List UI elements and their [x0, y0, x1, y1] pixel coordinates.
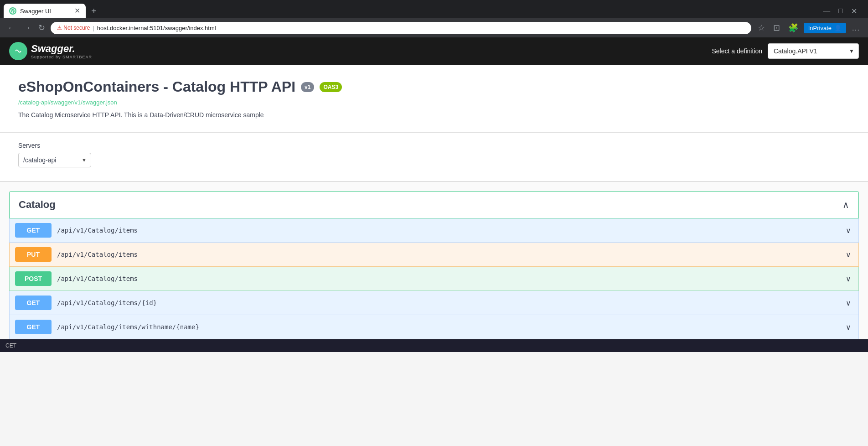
servers-label: Servers — [18, 142, 850, 149]
minimize-button[interactable]: — — [819, 5, 834, 17]
endpoint-post-items[interactable]: POST /api/v1/Catalog/items ∨ — [9, 267, 859, 291]
new-tab-button[interactable]: + — [88, 4, 100, 18]
swagger-header: Swagger. Supported by SMARTBEAR Select a… — [0, 37, 868, 65]
endpoint-path: /api/v1/Catalog/items — [57, 222, 838, 239]
oas3-badge: OAS3 — [320, 82, 342, 92]
endpoint-get-item-by-id[interactable]: GET /api/v1/Catalog/items/{id} ∨ — [9, 291, 859, 315]
post-method-badge: POST — [15, 271, 52, 286]
definition-select-wrapper: Catalog.API V1 — [768, 43, 859, 59]
get-method-badge: GET — [15, 320, 52, 334]
main-content: eShopOnContainers - Catalog HTTP API v1 … — [0, 65, 868, 339]
put-method-badge: PUT — [15, 247, 52, 262]
endpoint-chevron-icon: ∨ — [838, 323, 858, 332]
more-options-button[interactable]: … — [849, 21, 863, 35]
inprivate-label: InPrivate — [808, 25, 832, 31]
browser-chrome: Swagger UI ✕ + — □ ✕ ← → ↻ ⚠ Not secure … — [0, 0, 868, 37]
extensions-icon[interactable]: 🧩 — [785, 21, 801, 35]
forward-button[interactable]: → — [21, 21, 33, 35]
swagger-logo-icon — [9, 42, 27, 60]
catalog-section: Catalog ∧ GET /api/v1/Catalog/items ∨ PU… — [9, 191, 859, 339]
select-definition-label: Select a definition — [712, 47, 762, 55]
collections-icon[interactable]: ⊡ — [770, 21, 783, 35]
endpoint-get-item-by-name[interactable]: GET /api/v1/Catalog/items/withname/{name… — [9, 315, 859, 339]
endpoint-path: /api/v1/Catalog/items — [57, 246, 838, 263]
reload-button[interactable]: ↻ — [36, 21, 47, 35]
endpoint-get-items[interactable]: GET /api/v1/Catalog/items ∨ — [9, 218, 859, 243]
server-select-wrapper: /catalog-api — [18, 153, 91, 167]
endpoint-chevron-icon: ∨ — [838, 250, 858, 259]
tab-favicon — [9, 7, 16, 15]
favorites-icon[interactable]: ☆ — [755, 21, 768, 35]
endpoint-chevron-icon: ∨ — [838, 226, 858, 235]
endpoint-path: /api/v1/Catalog/items/{id} — [57, 295, 838, 311]
swagger-subtitle: Supported by SMARTBEAR — [31, 55, 92, 59]
endpoint-chevron-icon: ∨ — [838, 275, 858, 283]
address-input[interactable]: ⚠ Not secure | host.docker.internal:5101… — [51, 22, 751, 34]
get-method-badge: GET — [15, 223, 52, 238]
catalog-section-title: Catalog — [19, 199, 56, 211]
swagger-definition-selector: Select a definition Catalog.API V1 — [712, 43, 859, 59]
swagger-logo: Swagger. Supported by SMARTBEAR — [9, 42, 92, 60]
inprivate-button[interactable]: InPrivate 👤 — [804, 23, 846, 33]
catalog-section-header[interactable]: Catalog ∧ — [9, 191, 859, 218]
api-description: The Catalog Microservice HTTP API. This … — [18, 111, 850, 119]
endpoint-path: /api/v1/Catalog/items/withname/{name} — [57, 319, 838, 335]
get-method-badge: GET — [15, 296, 52, 310]
tab-close-button[interactable]: ✕ — [74, 7, 80, 15]
server-select[interactable]: /catalog-api — [18, 153, 91, 167]
api-title-row: eShopOnContainers - Catalog HTTP API v1 … — [18, 78, 850, 95]
maximize-button[interactable]: □ — [835, 5, 847, 17]
endpoint-path: /api/v1/Catalog/items — [57, 270, 838, 287]
timezone-label: CET — [5, 342, 16, 349]
endpoint-put-items[interactable]: PUT /api/v1/Catalog/items ∨ — [9, 243, 859, 267]
browser-tab[interactable]: Swagger UI ✕ — [4, 4, 86, 18]
address-bar: ← → ↻ ⚠ Not secure | host.docker.interna… — [0, 18, 868, 37]
api-info: eShopOnContainers - Catalog HTTP API v1 … — [0, 65, 868, 133]
servers-section: Servers /catalog-api — [0, 133, 868, 182]
swagger-title: Swagger. — [31, 43, 92, 55]
not-secure-indicator: ⚠ Not secure — [57, 25, 90, 31]
status-bar: CET — [0, 339, 868, 352]
catalog-chevron-icon: ∧ — [842, 199, 849, 210]
back-button[interactable]: ← — [5, 21, 17, 35]
api-title: eShopOnContainers - Catalog HTTP API — [18, 78, 295, 95]
close-button[interactable]: ✕ — [847, 5, 861, 17]
api-url-link[interactable]: /catalog-api/swagger/v1/swagger.json — [18, 99, 850, 106]
endpoint-chevron-icon: ∨ — [838, 299, 858, 307]
swagger-logo-text: Swagger. Supported by SMARTBEAR — [31, 43, 92, 59]
version-badge: v1 — [301, 82, 314, 92]
window-controls: — □ ✕ — [816, 5, 864, 17]
definition-select[interactable]: Catalog.API V1 — [768, 43, 859, 59]
profile-icon: 👤 — [834, 25, 842, 31]
tab-bar: Swagger UI ✕ + — □ ✕ — [0, 0, 868, 18]
browser-actions: ☆ ⊡ 🧩 InPrivate 👤 … — [755, 21, 863, 35]
tab-title: Swagger UI — [20, 8, 71, 15]
url-text: host.docker.internal:5101/swagger/index.… — [97, 25, 216, 31]
